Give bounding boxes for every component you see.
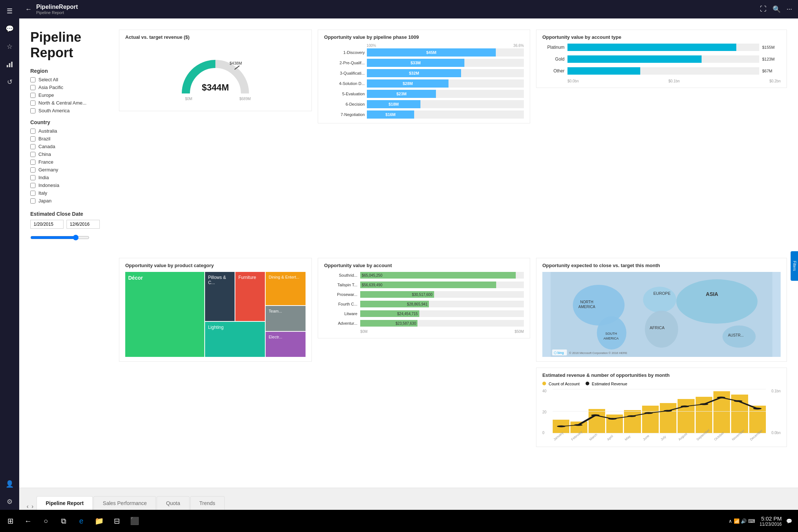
filter-france[interactable]: France xyxy=(30,159,112,165)
svg-point-33 xyxy=(681,406,689,407)
tab-bar: ‹ › Pipeline Report Sales Performance Qu… xyxy=(19,488,798,510)
taskbar-explorer[interactable]: 📁 xyxy=(92,514,106,528)
tab-prev[interactable]: ‹ xyxy=(27,503,28,510)
filter-brazil[interactable]: Brazil xyxy=(30,136,112,141)
treemap-col3: Dining & Entert... Team... Electr... xyxy=(266,272,306,357)
chart-account-type: Opportunity value by account type Platin… xyxy=(536,30,787,88)
page-title: Pipeline Report xyxy=(30,30,112,61)
svg-rect-0 xyxy=(7,65,8,67)
nav-settings[interactable]: ⚙ xyxy=(1,494,18,510)
svg-point-29 xyxy=(608,418,617,420)
filter-south-america[interactable]: South America xyxy=(30,108,112,113)
svg-text:© 2016 Microsoft Corporation  : © 2016 Microsoft Corporation © 2016 HERE xyxy=(569,351,627,355)
svg-text:EUROPE: EUROPE xyxy=(653,291,670,296)
taskbar-search[interactable]: ○ xyxy=(38,514,53,528)
revenue-legend: Count of Account Estimated Revenue xyxy=(542,382,781,386)
nav-person[interactable]: 👤 xyxy=(1,476,18,492)
filter-canada[interactable]: Canada xyxy=(30,144,112,149)
checkbox-north-central[interactable] xyxy=(30,100,35,106)
filter-italy[interactable]: Italy xyxy=(30,190,112,196)
checkbox-select-all[interactable] xyxy=(30,77,35,82)
treemap: Décor Pillows & C... Furniture Lighting xyxy=(125,272,306,357)
filter-select-all[interactable]: Select All xyxy=(30,77,112,82)
y-axis-right: 0.1bn 0.0bn xyxy=(768,389,781,435)
svg-text:AMERICA: AMERICA xyxy=(603,337,618,340)
top-bar: ← PipelineReport Pipeline Report ⛶ 🔍 ··· xyxy=(19,0,798,18)
account-row-5: Litware $24,454,715 xyxy=(324,310,524,317)
tab-sales-performance[interactable]: Sales Performance xyxy=(93,496,156,510)
filter-japan[interactable]: Japan xyxy=(30,198,112,204)
pipeline-row-3: 3-Qualificati... $32M xyxy=(324,69,524,77)
region-filter-section: Region Select All Asia Pacific Europe xyxy=(30,68,112,113)
date-end-input[interactable] xyxy=(66,220,100,229)
filter-germany[interactable]: Germany xyxy=(30,167,112,173)
back-button[interactable]: ← xyxy=(25,6,32,13)
nav-chat[interactable]: 💬 xyxy=(1,21,18,37)
more-button[interactable]: ··· xyxy=(787,5,792,13)
filters-toggle[interactable]: Filters xyxy=(791,251,798,281)
tab-pipeline-report[interactable]: Pipeline Report xyxy=(37,496,93,510)
fullscreen-button[interactable]: ⛶ xyxy=(760,5,767,13)
taskbar-notification[interactable]: 💬 xyxy=(786,518,792,524)
tab-trends[interactable]: Trends xyxy=(190,496,225,510)
right-column: Opportunity expected to close vs. target… xyxy=(536,258,787,447)
nav-star[interactable]: ☆ xyxy=(1,38,18,55)
checkbox-south-america[interactable] xyxy=(30,108,35,113)
checkbox-europe[interactable] xyxy=(30,93,35,98)
count-legend-dot xyxy=(542,382,546,385)
taskbar-back[interactable]: ← xyxy=(21,514,35,528)
date-start-input[interactable] xyxy=(30,220,64,229)
account-axis: $0M $50M xyxy=(324,330,524,334)
filter-china[interactable]: China xyxy=(30,151,112,157)
search-button[interactable]: 🔍 xyxy=(773,5,781,13)
nav-analytics[interactable] xyxy=(1,56,18,72)
svg-point-34 xyxy=(700,403,708,405)
date-filter-label: Estimated Close Date xyxy=(30,211,112,217)
bar-row-platinum: Platinum $155M xyxy=(542,44,781,51)
treemap-bot-row: Lighting xyxy=(205,322,265,357)
account-row-3: Prosewar... $30,517,600 xyxy=(324,291,524,298)
filter-north-central[interactable]: North & Central Ame... xyxy=(30,100,112,106)
svg-rect-1 xyxy=(9,63,10,67)
svg-text:$689M: $689M xyxy=(239,97,251,101)
svg-rect-2 xyxy=(11,62,13,67)
taskbar-store[interactable]: ⊟ xyxy=(109,514,124,528)
windows-start[interactable]: ⊞ xyxy=(3,514,18,528)
filter-indonesia[interactable]: Indonesia xyxy=(30,183,112,188)
account-row-1: Southrid... $65,045,250 xyxy=(324,272,524,279)
tab-quota[interactable]: Quota xyxy=(157,496,189,510)
svg-text:$344M: $344M xyxy=(202,82,229,92)
filter-australia[interactable]: Australia xyxy=(30,128,112,134)
svg-point-26 xyxy=(557,426,565,427)
app-title: PipelineReport Pipeline Report xyxy=(36,4,78,15)
tab-next[interactable]: › xyxy=(31,503,33,510)
treemap-team: Team... xyxy=(266,306,306,331)
pipeline-row-2: 2-Pre-Qualif... $33M xyxy=(324,59,524,67)
svg-text:AUSTR...: AUSTR... xyxy=(728,333,743,337)
filter-europe[interactable]: Europe xyxy=(30,92,112,98)
account-bars: Southrid... $65,045,250 Tailspin T... $5… xyxy=(324,272,524,327)
treemap-dining: Dining & Entert... xyxy=(266,272,306,305)
filter-india[interactable]: India xyxy=(30,175,112,180)
treemap-top-row: Pillows & C... Furniture xyxy=(205,272,265,321)
charts-row-2: Opportunity value by product category Dé… xyxy=(119,258,787,480)
main-content: Pipeline Report Region Select All Asia P… xyxy=(19,18,798,488)
svg-point-36 xyxy=(734,400,742,402)
svg-text:SOUTH: SOUTH xyxy=(605,332,617,335)
date-range-slider[interactable] xyxy=(30,235,89,241)
pipeline-row-7: 7-Negotiation $16M xyxy=(324,110,524,119)
account-type-title: Opportunity value by account type xyxy=(542,34,781,40)
taskbar-system-icons: ∧ 📶 🔊 ⌨ xyxy=(729,518,755,524)
nav-refresh[interactable]: ↺ xyxy=(1,74,18,90)
svg-point-31 xyxy=(644,412,653,414)
checkbox-asia-pacific[interactable] xyxy=(30,85,35,90)
nav-menu[interactable]: ☰ xyxy=(1,3,18,19)
filter-asia-pacific[interactable]: Asia Pacific xyxy=(30,85,112,90)
svg-text:AFRICA: AFRICA xyxy=(649,325,665,330)
taskbar-task-view[interactable]: ⧉ xyxy=(56,514,71,528)
revenue-legend-dot xyxy=(586,382,589,385)
svg-point-30 xyxy=(627,415,636,417)
taskbar-powerbi[interactable]: ⬛ xyxy=(127,514,142,528)
taskbar-edge[interactable]: e xyxy=(74,514,89,528)
taskbar: ⊞ ← ○ ⧉ e 📁 ⊟ ⬛ ∧ 📶 🔊 ⌨ 5:02 PM 11/23/20… xyxy=(0,510,798,532)
